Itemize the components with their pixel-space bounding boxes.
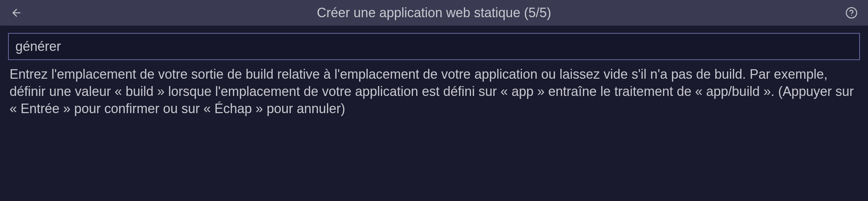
help-icon [845, 7, 858, 19]
dialog-content: Entrez l'emplacement de votre sortie de … [0, 26, 868, 124]
help-button[interactable] [844, 5, 859, 20]
input-description: Entrez l'emplacement de votre sortie de … [8, 66, 860, 117]
svg-point-1 [846, 8, 857, 18]
arrow-left-icon [11, 7, 22, 19]
back-button[interactable] [9, 5, 24, 20]
dialog-title: Créer une application web statique (5/5) [24, 5, 844, 21]
dialog-header: Créer une application web statique (5/5) [0, 0, 868, 26]
build-output-location-input[interactable] [8, 33, 860, 60]
